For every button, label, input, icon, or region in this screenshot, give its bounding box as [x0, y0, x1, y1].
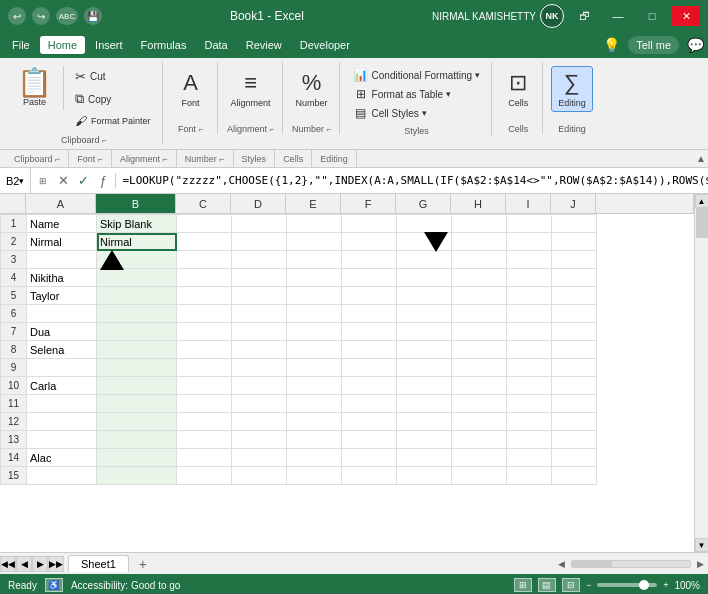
cell-3-a[interactable] [27, 251, 97, 269]
cell-reference-box[interactable]: B2 ▾ [0, 168, 31, 193]
cell-2-i[interactable] [507, 233, 552, 251]
cell-11-c[interactable] [177, 395, 232, 413]
zoom-slider[interactable] [597, 583, 657, 587]
cell-10-a[interactable]: Carla [27, 377, 97, 395]
cell-14-a[interactable]: Alac [27, 449, 97, 467]
cell-2-g[interactable] [397, 233, 452, 251]
formula-expand-icon[interactable]: ⊞ [35, 176, 51, 186]
cell-5-e[interactable] [287, 287, 342, 305]
cell-6-f[interactable] [342, 305, 397, 323]
cell-13-h[interactable] [452, 431, 507, 449]
row-header-6[interactable]: 6 [1, 305, 27, 323]
cell-ref-dropdown[interactable]: ▾ [19, 176, 24, 186]
scroll-thumb[interactable] [696, 208, 708, 238]
undo-button[interactable]: ↩ [8, 7, 26, 25]
menu-home[interactable]: Home [40, 36, 85, 54]
scroll-track[interactable] [695, 208, 708, 538]
row-header-8[interactable]: 8 [1, 341, 27, 359]
cell-14-h[interactable] [452, 449, 507, 467]
tab-scroll-first[interactable]: ◀◀ [0, 556, 16, 572]
cell-1-a[interactable]: Name [27, 215, 97, 233]
cell-8-i[interactable] [507, 341, 552, 359]
help-icon[interactable]: 💡 [603, 37, 620, 53]
page-layout-button[interactable]: ▤ [538, 578, 556, 592]
maximize-button[interactable]: □ [638, 6, 666, 26]
cell-7-e[interactable] [287, 323, 342, 341]
row-header-12[interactable]: 12 [1, 413, 27, 431]
menu-data[interactable]: Data [196, 36, 235, 54]
cell-12-g[interactable] [397, 413, 452, 431]
cell-1-h[interactable] [452, 215, 507, 233]
cell-6-e[interactable] [287, 305, 342, 323]
col-header-c[interactable]: C [176, 194, 231, 213]
alignment-expand-icon[interactable]: ⌐ [269, 125, 274, 134]
cell-4-f[interactable] [342, 269, 397, 287]
cell-5-b[interactable] [97, 287, 177, 305]
cell-6-h[interactable] [452, 305, 507, 323]
paste-button[interactable]: 📋 Paste [12, 66, 57, 110]
cell-14-g[interactable] [397, 449, 452, 467]
cell-5-i[interactable] [507, 287, 552, 305]
cell-15-j[interactable] [552, 467, 597, 485]
row-header-15[interactable]: 15 [1, 467, 27, 485]
cell-13-a[interactable] [27, 431, 97, 449]
comments-icon[interactable]: 💬 [687, 37, 704, 53]
cell-14-e[interactable] [287, 449, 342, 467]
cell-12-j[interactable] [552, 413, 597, 431]
zoom-thumb[interactable] [639, 580, 649, 590]
cell-3-b[interactable] [97, 251, 177, 269]
cell-13-g[interactable] [397, 431, 452, 449]
cell-8-j[interactable] [552, 341, 597, 359]
cell-12-i[interactable] [507, 413, 552, 431]
cell-13-f[interactable] [342, 431, 397, 449]
cell-11-b[interactable] [97, 395, 177, 413]
hscroll-track[interactable] [571, 560, 691, 568]
cell-12-c[interactable] [177, 413, 232, 431]
conditional-formatting-button[interactable]: 📊 Conditional Formatting ▾ [348, 66, 486, 84]
cell-2-f[interactable] [342, 233, 397, 251]
styles-section-label[interactable]: Styles [234, 150, 276, 167]
cell-1-g[interactable] [397, 215, 452, 233]
col-header-e[interactable]: E [286, 194, 341, 213]
sheet-tab-1[interactable]: Sheet1 [68, 555, 129, 572]
cell-11-g[interactable] [397, 395, 452, 413]
cell-9-b[interactable] [97, 359, 177, 377]
cell-8-g[interactable] [397, 341, 452, 359]
cell-1-j[interactable] [552, 215, 597, 233]
cell-10-h[interactable] [452, 377, 507, 395]
normal-view-button[interactable]: ⊞ [514, 578, 532, 592]
cell-1-e[interactable] [287, 215, 342, 233]
cell-3-c[interactable] [177, 251, 232, 269]
cell-6-d[interactable] [232, 305, 287, 323]
cell-11-d[interactable] [232, 395, 287, 413]
cell-1-b[interactable]: Skip Blank [97, 215, 177, 233]
cut-button[interactable]: ✂ Cut [70, 66, 156, 87]
close-button[interactable]: ✕ [672, 6, 700, 26]
cell-12-a[interactable] [27, 413, 97, 431]
grid-scroll[interactable]: 1NameSkip Blank2NirmalNirmal34Nikitha5Ta… [0, 214, 694, 552]
cell-3-e[interactable] [287, 251, 342, 269]
zoom-minus-button[interactable]: − [586, 580, 591, 590]
cell-15-h[interactable] [452, 467, 507, 485]
cell-10-d[interactable] [232, 377, 287, 395]
cell-11-a[interactable] [27, 395, 97, 413]
clipboard-section-label[interactable]: Clipboard ⌐ [6, 150, 69, 167]
cell-8-a[interactable]: Selena [27, 341, 97, 359]
cell-7-g[interactable] [397, 323, 452, 341]
cell-4-c[interactable] [177, 269, 232, 287]
number-expand-icon[interactable]: ⌐ [326, 125, 331, 134]
cell-3-g[interactable] [397, 251, 452, 269]
cell-11-j[interactable] [552, 395, 597, 413]
hscroll-right-btn[interactable]: ▶ [697, 559, 704, 569]
cell-3-h[interactable] [452, 251, 507, 269]
row-header-3[interactable]: 3 [1, 251, 27, 269]
row-header-7[interactable]: 7 [1, 323, 27, 341]
cell-10-g[interactable] [397, 377, 452, 395]
cell-5-g[interactable] [397, 287, 452, 305]
cell-10-f[interactable] [342, 377, 397, 395]
number-button[interactable]: % Number [291, 66, 333, 112]
cell-2-a[interactable]: Nirmal [27, 233, 97, 251]
cell-9-g[interactable] [397, 359, 452, 377]
cell-8-h[interactable] [452, 341, 507, 359]
cell-3-d[interactable] [232, 251, 287, 269]
